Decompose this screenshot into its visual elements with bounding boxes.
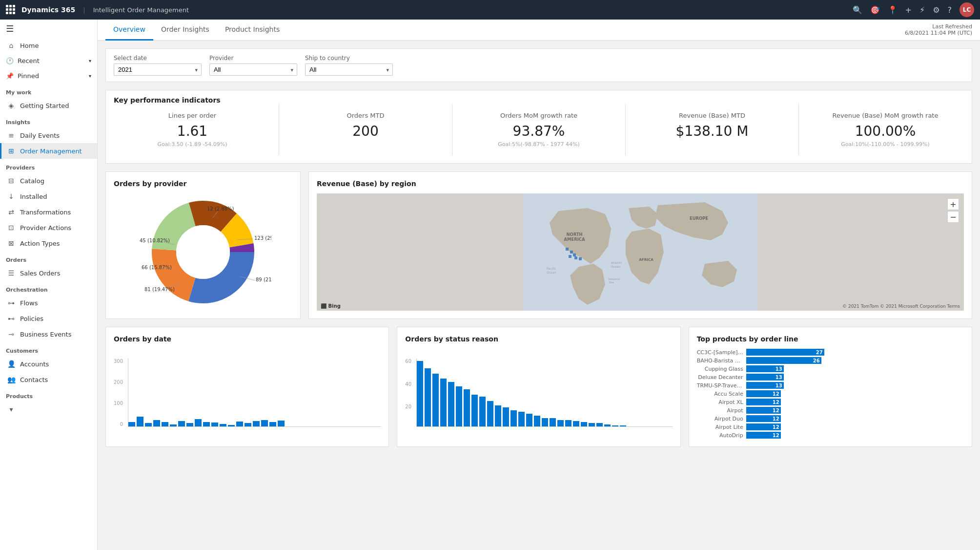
orders-status-bars	[416, 359, 673, 427]
sidebar-item-contacts[interactable]: 👥 Contacts	[0, 372, 97, 387]
atlantic-label: Atlantic	[611, 261, 622, 264]
svg-rect-12	[579, 257, 582, 260]
sidebar-item-order-management[interactable]: ⊞ Order Management	[0, 143, 97, 159]
sidebar-item-getting-started[interactable]: ◈ Getting Started	[0, 98, 97, 113]
svg-rect-8	[570, 251, 573, 254]
accounts-icon: 👤	[7, 360, 15, 368]
product-bar: 13	[746, 382, 784, 389]
charts-row-2: Orders by date 300 200 100 0 Ord	[105, 327, 972, 447]
sidebar-item-accounts[interactable]: 👤 Accounts	[0, 356, 97, 372]
date-bar	[195, 419, 202, 426]
revenue-by-region-card: Revenue (Base) by region	[308, 171, 972, 319]
add-icon[interactable]: +	[905, 5, 912, 15]
product-name: AutoDrip	[697, 432, 743, 439]
sidebar-item-home[interactable]: ⌂ Home	[0, 38, 97, 53]
sidebar-item-policies[interactable]: ⊷ Policies	[0, 311, 97, 326]
last-refreshed-label: Last Refreshed	[905, 23, 972, 30]
kpi-title-2: Orders MoM growth rate	[462, 112, 615, 119]
brand-separator: |	[83, 6, 85, 14]
donut-chart: 123 (29.57%) 89 (21.39%) 81 (19.47%) 66 …	[114, 193, 292, 311]
sidebar-item-installed[interactable]: ↓ Installed	[0, 189, 97, 204]
status-bar	[620, 425, 626, 426]
status-bar	[518, 412, 525, 426]
tab-product-insights[interactable]: Product Insights	[217, 20, 287, 41]
filter-ship-select[interactable]: All	[305, 63, 393, 76]
sidebar-item-pinned[interactable]: 📌 Pinned ▾	[0, 68, 97, 84]
filter-date-wrapper: 2021	[114, 63, 202, 76]
sidebar-item-action-types[interactable]: ⊠ Action Types	[0, 235, 97, 251]
filter-provider: Provider All	[209, 55, 297, 76]
status-bar	[487, 401, 493, 426]
waffle-menu-icon[interactable]	[6, 5, 16, 15]
date-bar	[170, 424, 177, 426]
filter-icon[interactable]: ⚡	[919, 5, 925, 15]
map-zoom-in[interactable]: +	[947, 198, 959, 210]
sidebar-item-flows[interactable]: ⊶ Flows	[0, 295, 97, 311]
filters-row: Select date 2021 Provider All	[105, 48, 972, 82]
kpi-goal-4: Goal:10%(-110.00% - 1099.99%)	[809, 141, 962, 148]
product-name: Airpot Duo	[697, 416, 743, 422]
status-bar	[526, 414, 532, 426]
status-y-20: 20	[405, 404, 411, 409]
help-icon[interactable]: ?	[948, 5, 952, 15]
date-bar	[269, 422, 276, 426]
sargasso-label: Sargasso	[608, 277, 620, 281]
orders-date-chart-area: 300 200 100 0	[114, 349, 381, 427]
sidebar-item-daily-events[interactable]: ≡ Daily Events	[0, 127, 97, 143]
section-label-insights: Insights	[0, 113, 97, 127]
y-label-300: 300	[114, 359, 123, 364]
filter-provider-wrapper: All	[209, 63, 297, 76]
atlantic-label2: Ocean	[611, 265, 620, 268]
orders-by-date-card: Orders by date 300 200 100 0	[105, 327, 389, 447]
last-refreshed-value: 6/8/2021 11:04 PM (UTC)	[905, 30, 972, 36]
sidebar-item-provider-actions[interactable]: ⊡ Provider Actions	[0, 220, 97, 235]
africa-label: AFRICA	[639, 257, 653, 262]
sidebar-item-transformations[interactable]: ⇄ Transformations	[0, 204, 97, 220]
section-label-orders: Orders	[0, 251, 97, 265]
search-icon[interactable]: 🔍	[853, 5, 862, 15]
status-bar	[440, 379, 447, 426]
filter-date-select[interactable]: 2021	[114, 63, 202, 76]
na-label: NORTH	[567, 232, 583, 237]
hamburger-icon[interactable]: ☰	[6, 23, 14, 34]
home-icon: ⌂	[7, 42, 15, 49]
map-zoom-out[interactable]: −	[947, 211, 959, 223]
location-icon[interactable]: 📍	[888, 5, 898, 15]
kpi-lines-per-order: Lines per order 1.61 Goal:3.50 (-1.89 -5…	[106, 104, 279, 155]
user-avatar[interactable]: LC	[960, 2, 974, 17]
sidebar-item-business-events[interactable]: ⊸ Business Events	[0, 326, 97, 342]
na-label2: AMERICA	[564, 237, 585, 242]
settings-icon[interactable]: ⚙	[933, 5, 939, 15]
date-bar	[153, 420, 160, 426]
target-icon[interactable]: 🎯	[870, 5, 880, 15]
product-row: AutoDrip12	[697, 432, 964, 439]
product-bar: 13	[746, 365, 784, 372]
provider-actions-icon: ⊡	[7, 224, 15, 232]
world-map-svg: NORTH AMERICA EUROPE AFRICA	[317, 193, 964, 311]
sidebar-item-recent[interactable]: 🕐 Recent ▾	[0, 53, 97, 68]
kpi-value-1: 200	[289, 123, 442, 139]
sidebar-item-catalog[interactable]: ⊟ Catalog	[0, 173, 97, 189]
label-orange: 89 (21.39%)	[256, 277, 271, 282]
product-bar-value: 13	[776, 366, 782, 372]
status-bar	[495, 405, 501, 426]
tab-bar: Overview Order Insights Product Insights…	[98, 20, 980, 41]
product-bar: 12	[746, 390, 781, 397]
filter-provider-select[interactable]: All	[209, 63, 297, 76]
tab-overview[interactable]: Overview	[105, 20, 153, 41]
product-bar-value: 26	[813, 358, 820, 363]
status-bar	[581, 422, 587, 426]
status-bar	[589, 423, 595, 426]
label-blue: 123 (29.57%)	[254, 235, 271, 241]
sidebar-label-transformations: Transformations	[20, 209, 71, 216]
kpi-goal-0: Goal:3.50 (-1.89 -54.09%)	[116, 141, 269, 148]
pacific-label: Pacific	[547, 267, 556, 270]
label-purple: 12 (2.88%)	[207, 206, 234, 212]
pinned-icon: 📌	[6, 72, 14, 80]
filter-date: Select date 2021	[114, 55, 202, 76]
sidebar-item-sales-orders[interactable]: ☰ Sales Orders	[0, 265, 97, 281]
catalog-icon: ⊟	[7, 177, 15, 185]
product-bar-value: 12	[773, 400, 779, 405]
sidebar-item-products-expand[interactable]: ▾	[0, 402, 97, 417]
tab-order-insights[interactable]: Order Insights	[153, 20, 217, 41]
